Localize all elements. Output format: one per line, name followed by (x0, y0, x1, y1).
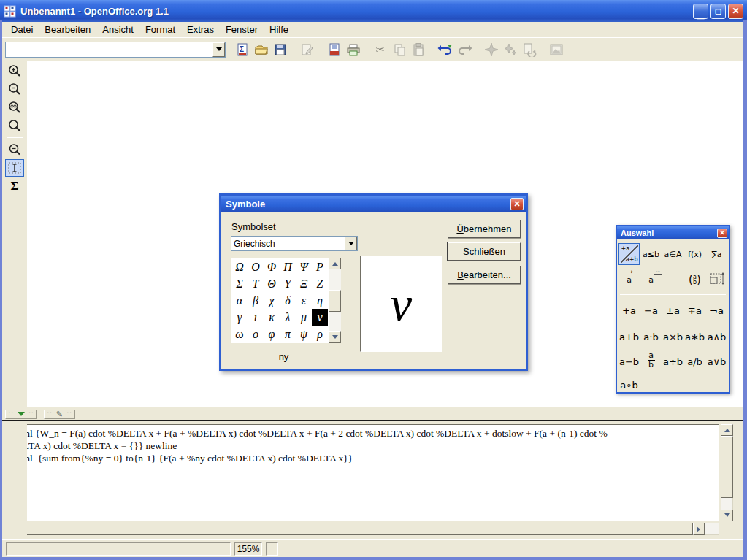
symbol-cell[interactable]: Φ (264, 258, 280, 275)
symbol-cell[interactable]: μ (296, 309, 312, 326)
symbol-cell[interactable]: ο (248, 326, 264, 342)
symbol-cell[interactable]: Π (280, 258, 296, 275)
symbol-cell-selected[interactable]: ν (312, 309, 328, 326)
symbol-cell[interactable]: β (248, 292, 264, 309)
menu-fenster[interactable]: Fenster (220, 23, 264, 37)
selection-window-titlebar[interactable]: Auswahl ✕ (617, 226, 729, 239)
symbol-cell[interactable]: χ (264, 292, 280, 309)
save-button[interactable] (271, 41, 290, 58)
symbols-dialog-close-button[interactable]: ✕ (510, 198, 524, 210)
toolbar-handle[interactable]: ∷∷ (5, 410, 37, 419)
show-all-button[interactable] (5, 141, 24, 158)
cut-button[interactable]: ✂ (371, 41, 390, 58)
zoom-level-panel[interactable]: 155% (234, 542, 262, 556)
symbol-cell[interactable]: π (280, 326, 296, 342)
redo-button[interactable] (455, 41, 474, 58)
category-brackets[interactable]: (ab) (684, 269, 705, 291)
op-neg-a[interactable]: ¬a (706, 301, 727, 320)
scroll-down-button[interactable] (329, 331, 341, 343)
op-a-times-b[interactable]: a×b (662, 327, 683, 346)
symbol-cell[interactable]: Ζ (312, 275, 328, 292)
command-text-editor[interactable]: alignl {W_n = F(a) cdot %DELTA x + F(a +… (6, 424, 719, 521)
symbols-catalog-button[interactable]: Σ (5, 177, 24, 195)
symbol-cell[interactable]: φ (264, 326, 280, 342)
scroll-right-button[interactable] (693, 523, 705, 535)
op-a-minus-b[interactable]: a−b (618, 352, 640, 371)
menu-bearbeiten[interactable]: Bearbeiten (39, 23, 96, 37)
symbol-cell[interactable]: Υ (280, 275, 296, 292)
symbol-cell[interactable]: Ξ (296, 275, 312, 292)
op-a-plus-b[interactable]: a+b (618, 327, 640, 346)
edit-file-button[interactable] (298, 41, 317, 58)
undo-button[interactable] (436, 41, 455, 58)
print-button[interactable] (344, 41, 363, 58)
op-a-or-b[interactable]: a∨b (706, 352, 727, 371)
symbol-cell[interactable]: Θ (264, 275, 280, 292)
symbolset-combobox[interactable]: Griechisch (231, 236, 358, 251)
zoom-out-button[interactable] (5, 80, 24, 98)
export-pdf-button[interactable] (325, 41, 344, 58)
category-formats[interactable] (706, 269, 727, 291)
symbol-cell[interactable]: Ω (231, 258, 248, 275)
maximize-button[interactable]: ▢ (710, 4, 726, 19)
symbol-cell[interactable]: ω (231, 326, 248, 342)
symbol-cell[interactable]: δ (280, 292, 296, 309)
scroll-down-button[interactable] (721, 510, 733, 521)
symbol-cell[interactable]: κ (264, 309, 280, 326)
splitter-bar[interactable]: ∷∷ ∷✎∷ (2, 407, 743, 420)
gallery-button[interactable] (547, 41, 566, 58)
update-doc-button[interactable] (520, 41, 539, 58)
op-a-circ-b[interactable]: a∘b (618, 375, 640, 394)
hscroll-thumb[interactable] (18, 523, 693, 535)
op-a-mult-b[interactable]: a∗b (684, 327, 705, 346)
category-others[interactable]: ···a (640, 269, 662, 291)
url-combobox[interactable] (5, 42, 226, 58)
category-attributes[interactable]: →a (618, 269, 640, 291)
close-dialog-button[interactable]: Schließen (448, 242, 521, 261)
category-set-operations[interactable]: a∈A (662, 243, 683, 265)
op-a-over-b[interactable]: ab (640, 350, 662, 369)
toolbar-handle[interactable]: ∷✎∷ (44, 410, 75, 419)
op-a-div-b[interactable]: a÷b (662, 352, 683, 371)
close-button[interactable]: ✕ (728, 4, 743, 19)
url-combobox-value[interactable] (6, 42, 212, 57)
menu-extras[interactable]: Extras (181, 23, 220, 37)
op-plus-a[interactable]: +a (618, 301, 640, 320)
vscroll-thumb[interactable] (721, 436, 733, 498)
scroll-up-button[interactable] (329, 258, 341, 269)
zoom-in-button[interactable] (5, 62, 24, 80)
vscroll-thumb[interactable] (329, 290, 341, 312)
category-functions[interactable]: f(x) (684, 243, 705, 265)
menu-hilfe[interactable]: Hilfe (264, 23, 294, 37)
copy-button[interactable] (390, 41, 409, 58)
symbols-dialog-titlebar[interactable]: Symbole ✕ (221, 196, 526, 212)
op-a-cdot-b[interactable]: a·b (640, 327, 662, 346)
scroll-up-button[interactable] (721, 424, 733, 436)
symbol-cell[interactable]: Ψ (296, 258, 312, 275)
menu-datei[interactable]: Datei (5, 23, 39, 37)
category-relations[interactable]: a≤b (640, 243, 662, 265)
symbol-grid-scrollbar[interactable] (329, 258, 341, 343)
paste-button[interactable] (409, 41, 428, 58)
op-a-and-b[interactable]: a∧b (706, 327, 727, 346)
category-operators[interactable]: ∑a (706, 243, 727, 265)
title-bar[interactable]: Unbenannt1 - OpenOffice.org 1.1 ▁ ▢ ✕ (0, 0, 747, 22)
selection-window-close-button[interactable]: ✕ (717, 229, 727, 238)
symbol-cell[interactable]: ε (296, 292, 312, 309)
navigator-button[interactable] (482, 41, 501, 58)
category-unary-binary-operators[interactable]: +a a+b (618, 243, 640, 265)
minimize-button[interactable]: ▁ (693, 4, 708, 19)
symbol-cell[interactable]: ψ (296, 326, 312, 342)
op-plusminus-a[interactable]: ±a (662, 301, 683, 320)
autopilot-button[interactable] (501, 41, 520, 58)
new-formula-button[interactable]: Σ (233, 41, 252, 58)
symbolset-dropdown[interactable] (345, 237, 357, 250)
symbol-cell[interactable]: Σ (231, 275, 248, 292)
op-minus-a[interactable]: −a (640, 301, 662, 320)
symbol-cell[interactable]: λ (280, 309, 296, 326)
symbol-cell[interactable]: α (231, 292, 248, 309)
symbol-cell[interactable]: η (312, 292, 328, 309)
op-minusplus-a[interactable]: ∓a (684, 301, 705, 320)
menu-ansicht[interactable]: Ansicht (96, 23, 139, 37)
zoom-100-button[interactable] (5, 99, 24, 116)
